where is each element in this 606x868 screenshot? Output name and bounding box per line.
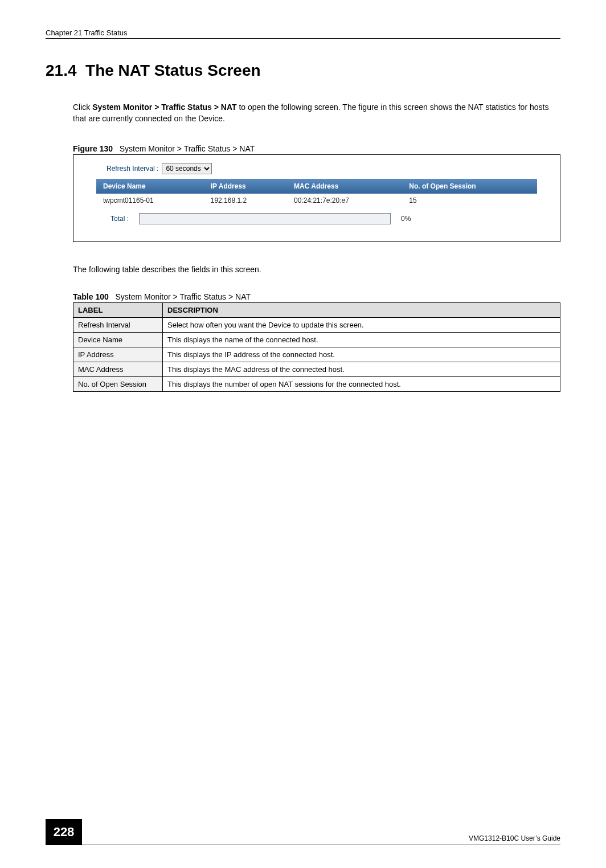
table-row: twpcmt01165-01 192.168.1.2 00:24:21:7e:2…	[96, 194, 537, 207]
figure-number: Figure 130	[73, 144, 113, 153]
total-progress-bar	[139, 213, 391, 224]
page-header: Chapter 21 Traffic Status	[46, 28, 560, 39]
col-mac-address: MAC Address	[287, 179, 402, 194]
cell-mac-address: 00:24:21:7e:20:e7	[287, 194, 402, 207]
row-description: Select how often you want the Device to …	[163, 317, 560, 332]
row-description: This displays the MAC address of the con…	[163, 362, 560, 376]
cell-device-name: twpcmt01165-01	[96, 194, 204, 207]
row-label: IP Address	[73, 347, 163, 362]
page-number: 228	[46, 819, 82, 845]
row-description: This displays the name of the connected …	[163, 332, 560, 347]
figure-screenshot: Refresh Interval : 60 seconds Device Nam…	[73, 154, 560, 242]
section-number: 21.4	[46, 62, 77, 79]
header-description: DESCRIPTION	[163, 302, 560, 317]
chapter-label: Chapter 21 Traffic Status	[46, 28, 128, 37]
field-description-table: LABEL DESCRIPTION Refresh Interval Selec…	[73, 302, 560, 392]
refresh-interval-label: Refresh Interval :	[107, 165, 158, 173]
col-open-sessions: No. of Open Session	[402, 179, 537, 194]
row-label: Refresh Interval	[73, 317, 163, 332]
footer-rule	[82, 845, 560, 845]
nat-table-header-row: Device Name IP Address MAC Address No. o…	[96, 179, 537, 194]
intro-paragraph: Click System Monitor > Traffic Status > …	[73, 101, 560, 125]
table-row: MAC Address This displays the MAC addres…	[73, 362, 560, 376]
row-label: Device Name	[73, 332, 163, 347]
after-figure-text: The following table describes the fields…	[73, 264, 560, 275]
section-heading: 21.4 The NAT Status Screen	[46, 62, 560, 80]
total-label: Total :	[110, 215, 129, 223]
figure-caption: Figure 130 System Monitor > Traffic Stat…	[73, 144, 560, 153]
nat-sessions-table: Device Name IP Address MAC Address No. o…	[96, 179, 537, 207]
section-title: The NAT Status Screen	[85, 62, 261, 79]
table-row: Device Name This displays the name of th…	[73, 332, 560, 347]
table-row: IP Address This displays the IP address …	[73, 347, 560, 362]
row-label: No. of Open Session	[73, 376, 163, 391]
row-description: This displays the number of open NAT ses…	[163, 376, 560, 391]
page-footer: 228 VMG1312-B10C User’s Guide	[46, 819, 560, 845]
row-label: MAC Address	[73, 362, 163, 376]
table-caption-text: System Monitor > Traffic Status > NAT	[115, 292, 251, 301]
cell-ip-address: 192.168.1.2	[204, 194, 287, 207]
refresh-interval-select[interactable]: 60 seconds	[162, 163, 212, 174]
header-label: LABEL	[73, 302, 163, 317]
refresh-interval-row: Refresh Interval : 60 seconds	[107, 163, 537, 174]
table-row: Refresh Interval Select how often you wa…	[73, 317, 560, 332]
table-row: No. of Open Session This displays the nu…	[73, 376, 560, 391]
total-percent: 0%	[401, 215, 411, 223]
figure-caption-text: System Monitor > Traffic Status > NAT	[120, 144, 255, 153]
cell-open-sessions: 15	[402, 194, 537, 207]
col-ip-address: IP Address	[204, 179, 287, 194]
table-caption: Table 100 System Monitor > Traffic Statu…	[73, 292, 560, 301]
total-row: Total : 0%	[110, 213, 537, 224]
nav-path: System Monitor > Traffic Status > NAT	[92, 103, 236, 112]
col-device-name: Device Name	[96, 179, 204, 194]
table-number: Table 100	[73, 292, 109, 301]
footer-guide-name: VMG1312-B10C User’s Guide	[469, 834, 560, 845]
row-description: This displays the IP address of the conn…	[163, 347, 560, 362]
